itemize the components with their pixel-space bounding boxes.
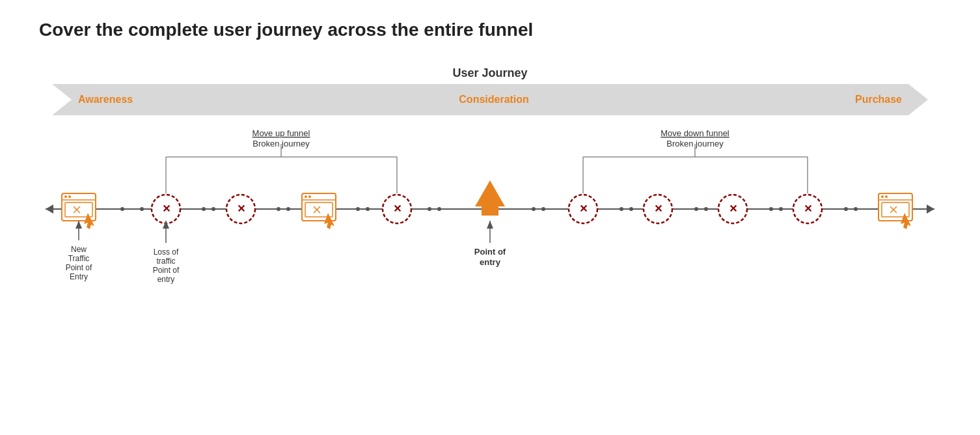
svg-point-20 (779, 207, 783, 211)
svg-text:Point of: Point of (474, 247, 506, 257)
svg-point-10 (366, 207, 370, 211)
svg-point-13 (532, 207, 536, 211)
awareness-label: Awareness (78, 94, 133, 105)
purchase-label: Purchase (855, 94, 902, 105)
svg-text:✕: ✕ (162, 203, 170, 214)
svg-text:traffic: traffic (156, 257, 175, 266)
svg-point-57 (885, 195, 888, 198)
svg-point-22 (854, 207, 858, 211)
main-title: Cover the complete user journey across t… (39, 20, 941, 40)
svg-point-12 (437, 207, 441, 211)
screen-icon-middle (302, 193, 336, 229)
svg-text:Loss of: Loss of (154, 247, 179, 257)
svg-point-17 (694, 207, 698, 211)
arrow-bar-container: Awareness Consideration Purchase (39, 84, 941, 115)
svg-text:Broken journey: Broken journey (252, 139, 310, 148)
dashed-circle-6: ✕ (718, 195, 747, 223)
svg-point-8 (286, 207, 290, 211)
svg-point-4 (140, 207, 144, 211)
svg-point-6 (211, 207, 215, 211)
diagram-area: User Journey Awareness Consideration Pur… (39, 66, 941, 300)
funnel-labels: Awareness Consideration Purchase (39, 84, 941, 115)
consideration-label: Consideration (459, 94, 529, 105)
svg-point-19 (769, 207, 773, 211)
svg-point-5 (202, 207, 206, 211)
page-container: Cover the complete user journey across t… (0, 0, 980, 435)
screen-icon-right (878, 193, 912, 229)
journey-svg: ✕ ✕ (39, 118, 941, 300)
dashed-circle-7: ✕ (793, 195, 822, 223)
svg-text:entry: entry (157, 275, 175, 284)
svg-point-56 (881, 195, 884, 198)
svg-text:Point of: Point of (66, 263, 92, 272)
svg-text:Entry: Entry (70, 272, 88, 281)
svg-point-37 (305, 195, 307, 198)
svg-text:Point of: Point of (153, 266, 180, 275)
svg-marker-45 (475, 180, 505, 216)
svg-point-25 (64, 195, 67, 198)
svg-point-9 (356, 207, 360, 211)
svg-marker-2 (927, 204, 934, 214)
svg-text:entry: entry (480, 257, 501, 267)
svg-text:✕: ✕ (654, 203, 662, 214)
svg-point-26 (68, 195, 71, 198)
svg-point-3 (120, 207, 124, 211)
svg-text:Traffic: Traffic (68, 254, 90, 263)
svg-text:Move down funnel: Move down funnel (660, 128, 729, 138)
svg-marker-75 (75, 221, 82, 229)
svg-text:Broken journey: Broken journey (666, 139, 724, 148)
svg-point-15 (619, 207, 623, 211)
entry-arrow (475, 180, 505, 216)
svg-point-7 (277, 207, 280, 211)
svg-text:✕: ✕ (393, 203, 402, 214)
dashed-circle-5: ✕ (644, 195, 672, 223)
svg-text:✕: ✕ (729, 203, 737, 214)
user-journey-label: User Journey (39, 66, 941, 80)
svg-marker-87 (487, 221, 493, 229)
svg-text:Move up funnel: Move up funnel (252, 128, 310, 138)
svg-point-38 (308, 195, 311, 198)
dashed-circle-2: ✕ (226, 195, 255, 223)
svg-marker-1 (46, 204, 53, 214)
svg-text:✕: ✕ (804, 203, 812, 214)
dashed-circle-4: ✕ (569, 195, 597, 223)
svg-point-21 (844, 207, 848, 211)
svg-point-18 (704, 207, 708, 211)
svg-point-14 (541, 207, 545, 211)
svg-text:✕: ✕ (237, 203, 245, 214)
svg-text:New: New (71, 245, 87, 254)
dashed-circle-1: ✕ (152, 195, 180, 223)
svg-point-16 (629, 207, 633, 211)
svg-text:✕: ✕ (579, 203, 588, 214)
svg-point-11 (428, 207, 431, 211)
dashed-circle-3: ✕ (383, 195, 411, 223)
